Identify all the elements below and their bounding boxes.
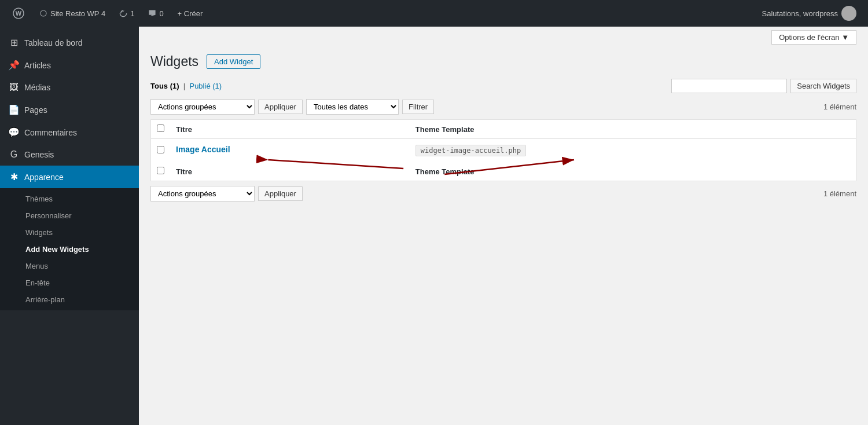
- bulk-actions-select-bottom[interactable]: Actions groupées: [150, 186, 255, 201]
- search-input[interactable]: [671, 79, 787, 93]
- apparence-submenu: Thèmes Personnaliser Widgets Add New Wid…: [0, 188, 139, 310]
- select-all-checkbox[interactable]: [157, 124, 164, 132]
- medias-icon: 🖼: [8, 82, 20, 93]
- avatar: [841, 6, 856, 21]
- page-title: Widgets: [150, 54, 198, 69]
- updates[interactable]: 1: [113, 0, 140, 27]
- sidebar-item-menus[interactable]: Menus: [0, 258, 139, 274]
- appliquer-button[interactable]: Appliquer: [258, 100, 303, 114]
- sidebar: ⊞ Tableau de bord 📌 Articles 🖼 Médias 📄 …: [0, 27, 139, 425]
- col-titre[interactable]: Titre: [170, 120, 410, 139]
- col-cb: [151, 120, 171, 139]
- sidebar-item-articles[interactable]: 📌 Articles: [0, 54, 139, 76]
- screen-options-button[interactable]: Options de l'écran ▼: [771, 30, 856, 45]
- pages-icon: 📄: [8, 104, 20, 115]
- appliquer-button-bottom[interactable]: Appliquer: [258, 186, 303, 201]
- sidebar-item-genesis[interactable]: G Genesis: [0, 144, 139, 166]
- items-count-top: 1 élément: [823, 102, 856, 111]
- widgets-table: Titre Theme Template: [150, 119, 856, 181]
- row-titre-cell: Image Accueil: [170, 139, 410, 163]
- user-greeting: Salutations, wordpress: [756, 6, 862, 21]
- main-content: Options de l'écran ▼ Widgets Add Widget …: [139, 27, 868, 425]
- sidebar-item-medias[interactable]: 🖼 Médias: [0, 76, 139, 98]
- page-header: Widgets Add Widget: [150, 54, 856, 69]
- sidebar-item-tableau-de-bord[interactable]: ⊞ Tableau de bord: [0, 31, 139, 54]
- col-titre-bottom[interactable]: Titre: [170, 162, 410, 181]
- sidebar-item-widgets[interactable]: Widgets: [0, 224, 139, 241]
- sidebar-item-apparence[interactable]: ✱ Apparence: [0, 166, 139, 188]
- comments-icon: 💬: [8, 127, 20, 138]
- comments[interactable]: 0: [142, 0, 169, 27]
- widgets-table-container: Titre Theme Template: [150, 119, 856, 181]
- sidebar-item-personnaliser[interactable]: Personnaliser: [0, 207, 139, 224]
- svg-text:W: W: [16, 10, 22, 17]
- articles-icon: 📌: [8, 60, 20, 71]
- col-theme-template: Theme Template: [410, 120, 856, 139]
- genesis-icon: G: [8, 149, 20, 160]
- table-row: Image Accueil widget-image-accueil.php: [151, 139, 856, 163]
- sidebar-item-add-new-widgets[interactable]: Add New Widgets: [0, 241, 139, 258]
- dashboard-icon: ⊞: [8, 37, 20, 48]
- theme-template-value: widget-image-accueil.php: [415, 145, 526, 156]
- add-widget-button[interactable]: Add Widget: [207, 54, 260, 69]
- bulk-actions-select[interactable]: Actions groupées: [150, 99, 255, 115]
- sidebar-item-themes[interactable]: Thèmes: [0, 190, 139, 207]
- admin-bar: W Site Resto WP 4 1 0 + Créer Salutation…: [0, 0, 868, 27]
- row-checkbox[interactable]: [157, 146, 164, 153]
- sidebar-item-arriere-plan[interactable]: Arrière-plan: [0, 291, 139, 308]
- sidebar-item-en-tete[interactable]: En-tête: [0, 274, 139, 291]
- items-count-bottom: 1 élément: [823, 189, 856, 198]
- wp-logo[interactable]: W: [6, 0, 31, 27]
- site-name[interactable]: Site Resto WP 4: [34, 0, 111, 27]
- row-theme-template-cell: widget-image-accueil.php: [410, 139, 856, 163]
- bottom-controls-row: Actions groupées Appliquer 1 élément: [150, 186, 856, 201]
- apparence-icon: ✱: [8, 171, 20, 182]
- search-widgets-button[interactable]: Search Widgets: [790, 79, 856, 93]
- publie-filter[interactable]: Publié (1): [189, 82, 222, 90]
- select-all-checkbox-bottom[interactable]: [157, 167, 164, 174]
- sidebar-item-commentaires[interactable]: 💬 Commentaires: [0, 121, 139, 144]
- filtrer-button[interactable]: Filtrer: [402, 100, 434, 114]
- creer-button[interactable]: + Créer: [172, 0, 209, 27]
- top-controls-row: Actions groupées Appliquer Toutes les da…: [150, 99, 856, 115]
- row-checkbox-cell: [151, 139, 171, 163]
- row-title-link[interactable]: Image Accueil: [176, 145, 230, 154]
- page-content: Widgets Add Widget Tous (1) | Publié (1)…: [139, 48, 868, 425]
- col-cb-bottom: [151, 162, 171, 181]
- sidebar-item-pages[interactable]: 📄 Pages: [0, 98, 139, 121]
- screen-options-bar: Options de l'écran ▼: [139, 27, 868, 48]
- tous-filter[interactable]: Tous (1): [150, 82, 181, 90]
- col-theme-template-bottom: Theme Template: [410, 162, 856, 181]
- dates-select[interactable]: Toutes les dates: [306, 99, 399, 115]
